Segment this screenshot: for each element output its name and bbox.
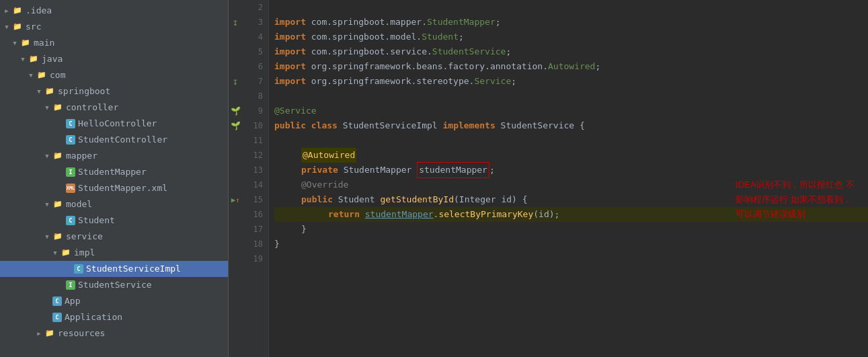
tree-resources[interactable]: ▶ 📁 resources bbox=[0, 325, 228, 342]
import-kw-4: import bbox=[274, 30, 311, 44]
line-num-4: 4 bbox=[247, 30, 263, 44]
code-line-3: import com.springboot.mapper.StudentMapp… bbox=[274, 15, 868, 30]
annotation-override: @Override bbox=[301, 177, 348, 192]
tree-label-service: service bbox=[66, 230, 103, 243]
gutter-11 bbox=[229, 133, 242, 148]
brace-close-18: } bbox=[274, 237, 280, 251]
import-cls-5: StudentService bbox=[432, 44, 506, 59]
var-studentmapper-16: studentMapper bbox=[365, 207, 434, 222]
gutter-4 bbox=[229, 30, 242, 44]
tree-springboot[interactable]: ▼ 📁 springboot bbox=[0, 83, 228, 100]
line-numbers: 2 3 4 5 6 7 8 9 10 11 12 13 14 15 16 17 … bbox=[242, 0, 269, 357]
indent-17 bbox=[274, 222, 301, 237]
line-num-12: 12 bbox=[247, 148, 263, 163]
folder-icon-com: 📁 bbox=[36, 70, 47, 81]
folder-icon-idea: 📁 bbox=[12, 5, 23, 16]
tree-src[interactable]: ▼ 📁 src bbox=[0, 19, 228, 35]
tree-main[interactable]: ▼ 📁 main bbox=[0, 35, 228, 51]
code-line-10: public class StudentServiceImpl implemen… bbox=[274, 118, 868, 133]
tree-mapper[interactable]: ▼ 📁 mapper bbox=[0, 148, 228, 164]
import-path-3: com.springboot.mapper. bbox=[311, 15, 427, 30]
tree-application[interactable]: C Application bbox=[0, 309, 228, 325]
bean-icon-10: 🌱 bbox=[231, 121, 241, 130]
class-icon-application: C bbox=[52, 313, 62, 322]
tree-java[interactable]: ▼ 📁 java bbox=[0, 51, 228, 67]
tree-studentservice[interactable]: I StudentService bbox=[0, 277, 228, 293]
tree-model[interactable]: ▼ 📁 model bbox=[0, 196, 228, 212]
arrow-placeholder-ssi bbox=[65, 265, 73, 273]
tree-label-studentmapper-xml: StudentMapper.xml bbox=[78, 182, 167, 195]
tree-app[interactable]: C App bbox=[0, 293, 228, 309]
tree-label-application: Application bbox=[65, 311, 122, 324]
tree-label-main: main bbox=[34, 36, 54, 50]
gutter-18 bbox=[229, 237, 242, 251]
gutter-5 bbox=[229, 44, 242, 59]
gutter-16 bbox=[229, 207, 242, 222]
code-line-17: } bbox=[274, 222, 868, 237]
import-cls-4: Student bbox=[422, 30, 459, 44]
fold-icon-7[interactable]: ↧ bbox=[233, 76, 238, 87]
tree-service[interactable]: ▼ 📁 service bbox=[0, 229, 228, 245]
line-num-17: 17 bbox=[247, 222, 263, 237]
import-path-7: org.springframework.stereotype. bbox=[311, 74, 475, 89]
tree-label-hellocontroller: HelloController bbox=[78, 117, 157, 130]
gutter-19 bbox=[229, 251, 242, 266]
code-lines: IDEA识别不到，所以报红色 不 影响程序运行 如果不想看到， 可以调节错误级别… bbox=[269, 0, 868, 357]
type-13: StudentMapper bbox=[344, 163, 418, 177]
kw-return-16: return bbox=[328, 207, 365, 222]
semi-4: ; bbox=[459, 30, 464, 44]
arrow-main: ▼ bbox=[11, 39, 19, 47]
folder-icon-service: 📁 bbox=[52, 231, 63, 242]
run-icon-15[interactable]: ▶ bbox=[231, 196, 236, 204]
tree-studentmapper-xml[interactable]: XML StudentMapper.xml bbox=[0, 180, 228, 196]
indent-15 bbox=[274, 192, 301, 207]
arrow-mapper: ▼ bbox=[43, 152, 51, 160]
tree-student[interactable]: C Student bbox=[0, 212, 228, 229]
ret-type-15: Student bbox=[338, 192, 381, 207]
arrow-service: ▼ bbox=[43, 233, 51, 241]
tree-idea[interactable]: ▶ 📁 .idea bbox=[0, 3, 228, 19]
class-icon-studentservice: I bbox=[66, 280, 75, 290]
field-studentmapper: studentMapper bbox=[417, 162, 489, 178]
arrow-placeholder-xml bbox=[56, 184, 65, 192]
tree-studentcontroller[interactable]: C StudentController bbox=[0, 132, 228, 148]
params-15: (Integer id) { bbox=[454, 192, 528, 207]
arrow-idea: ▶ bbox=[3, 7, 11, 15]
bean-icon-9: 🌱 bbox=[231, 106, 241, 116]
tree-label-idea: .idea bbox=[26, 4, 52, 17]
tree-studentserviceimpl[interactable]: C StudentServiceImpl bbox=[0, 261, 228, 277]
tree-controller[interactable]: ▼ 📁 controller bbox=[0, 100, 228, 116]
tree-impl[interactable]: ▼ 📁 impl bbox=[0, 245, 228, 261]
indent-12 bbox=[274, 148, 301, 163]
tree-label-studentserviceimpl: StudentServiceImpl bbox=[86, 262, 181, 276]
gutter-17 bbox=[229, 222, 242, 237]
semi-5: ; bbox=[506, 44, 511, 59]
args-16: (id); bbox=[533, 207, 559, 222]
tree-com[interactable]: ▼ 📁 com bbox=[0, 67, 228, 83]
annotation-service: @Service bbox=[274, 104, 317, 118]
line-num-5: 5 bbox=[247, 44, 263, 59]
arrow-placeholder-student bbox=[56, 216, 65, 225]
line-num-9: 9 bbox=[247, 104, 263, 118]
tree-studentmapper[interactable]: I StudentMapper bbox=[0, 164, 228, 180]
line-num-15: 15 bbox=[247, 192, 263, 207]
fold-icon-3[interactable]: ↧ bbox=[233, 17, 238, 28]
code-line-7: import org.springframework.stereotype.Se… bbox=[274, 74, 868, 89]
file-tree[interactable]: ▶ 📁 .idea ▼ 📁 src ▼ 📁 main ▼ 📁 java ▼ 📁 … bbox=[0, 0, 229, 357]
tree-label-studentcontroller: StudentController bbox=[78, 133, 167, 147]
annotation-comment-line2: 影响程序运行 如果不想看到， bbox=[736, 192, 855, 207]
line-num-2: 2 bbox=[247, 0, 263, 15]
arrow-java: ▼ bbox=[19, 55, 27, 63]
gutter-8 bbox=[229, 89, 242, 104]
import-kw-7: import bbox=[274, 74, 311, 89]
semi-3: ; bbox=[496, 15, 501, 30]
arrow-src: ▼ bbox=[3, 23, 11, 31]
folder-icon-model: 📁 bbox=[52, 199, 63, 210]
gutter-14 bbox=[229, 177, 242, 192]
import-cls-7: Service bbox=[474, 74, 511, 89]
code-line-9: @Service bbox=[274, 104, 868, 118]
gutter-3: ↧ bbox=[229, 15, 242, 30]
tree-hellocontroller[interactable]: C HelloController bbox=[0, 116, 228, 132]
cls-name-10: StudentServiceImpl bbox=[343, 118, 443, 133]
tree-label-springboot: springboot bbox=[58, 85, 110, 98]
